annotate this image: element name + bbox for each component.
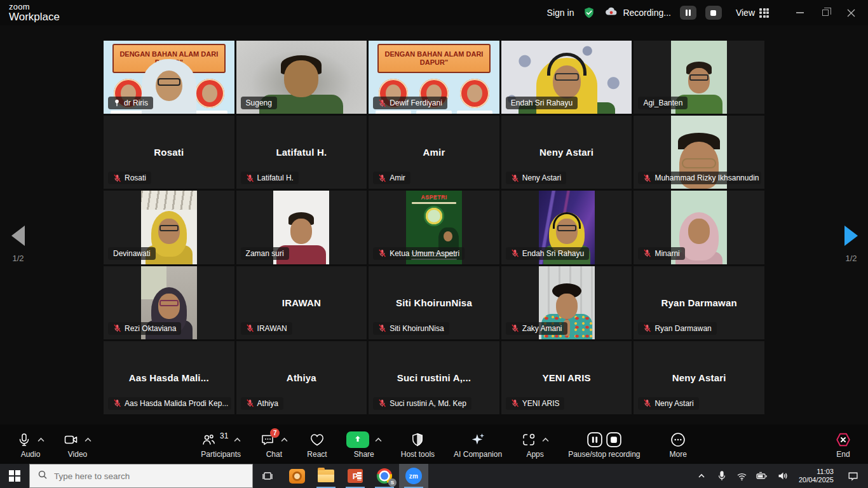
participant-tile[interactable]: Siti KhoirunNisaSiti KhoirunNisa bbox=[369, 266, 499, 339]
mic-muted-icon bbox=[511, 174, 519, 182]
participant-tile[interactable]: Rezi Oktaviana bbox=[104, 266, 234, 339]
participant-tile[interactable]: Devinawati bbox=[104, 191, 234, 264]
participant-tile[interactable]: Agi_Banten bbox=[634, 41, 764, 114]
chat-icon: 7 bbox=[260, 432, 275, 447]
tray-battery-button[interactable] bbox=[753, 471, 772, 480]
toolbar-host-tools-button[interactable]: Host tools bbox=[401, 431, 435, 458]
taskbar-app-powerpoint[interactable]: P bbox=[341, 464, 370, 488]
participant-tile[interactable]: Neny AstariNeny Astari bbox=[501, 116, 632, 189]
tray-volume-button[interactable] bbox=[773, 471, 792, 480]
participant-tile[interactable]: Neny AstariNeny Astari bbox=[634, 341, 764, 414]
taskbar-app-file-explorer[interactable] bbox=[311, 464, 341, 488]
toolbar-video-button[interactable]: Video bbox=[64, 431, 92, 458]
participant-tile[interactable]: Endah Sri Rahayu bbox=[501, 41, 632, 114]
taskbar-app-chrome[interactable]: S bbox=[370, 464, 399, 488]
participant-tile[interactable]: Endah Sri Rahayu bbox=[501, 191, 632, 264]
chevron-up-icon[interactable] bbox=[542, 437, 549, 442]
maximize-button[interactable] bbox=[815, 4, 836, 21]
participant-name: Zaky Amani bbox=[522, 324, 562, 333]
tray-microphone-button[interactable] bbox=[712, 471, 731, 481]
mic-muted-icon bbox=[378, 324, 386, 332]
chevron-up-icon[interactable] bbox=[234, 437, 241, 442]
participant-label: Dewif Ferdiyani bbox=[373, 97, 447, 109]
next-page-button[interactable] bbox=[844, 226, 858, 246]
sign-in-button[interactable]: Sign in bbox=[547, 8, 574, 18]
toolbar-react-button[interactable]: React bbox=[307, 431, 327, 458]
participant-label: Latifatul H. bbox=[241, 172, 299, 184]
mic-muted-icon bbox=[113, 174, 121, 182]
mic-muted-icon bbox=[378, 174, 386, 182]
chevron-up-icon[interactable] bbox=[37, 437, 44, 442]
toolbar-participants-button[interactable]: 31Participants bbox=[201, 431, 241, 458]
toolbar-audio-button[interactable]: Audio bbox=[17, 431, 44, 458]
participant-tile[interactable]: Ryan DarmawanRyan Darmawan bbox=[634, 266, 764, 339]
participant-tile[interactable]: RosatiRosati bbox=[104, 116, 234, 189]
participant-tile[interactable]: Zaman suri bbox=[236, 191, 367, 264]
battery-icon bbox=[756, 471, 768, 480]
toolbar-record-button[interactable]: Pause/stop recording bbox=[568, 431, 640, 458]
participant-label: Amir bbox=[373, 172, 410, 184]
taskbar-app-ocam[interactable] bbox=[282, 464, 311, 488]
pin-icon bbox=[113, 99, 121, 107]
toolbar-label: Audio bbox=[21, 451, 41, 458]
start-button[interactable] bbox=[0, 464, 29, 488]
mic-muted-icon bbox=[643, 324, 651, 332]
mic-muted-icon bbox=[378, 249, 386, 257]
participant-name: Athiya bbox=[257, 399, 278, 408]
view-label: View bbox=[736, 8, 755, 18]
toolbar-share-button[interactable]: Share bbox=[346, 431, 382, 458]
toolbar-end-button[interactable]: End bbox=[835, 431, 851, 458]
clock-time: 11:03 bbox=[799, 468, 834, 476]
tray-expand-button[interactable] bbox=[692, 471, 711, 480]
meeting-stage: DENGAN BAHAN ALAM DARI DAPUR"dr RirisSug… bbox=[0, 25, 868, 424]
taskbar-app-zoom[interactable]: zm bbox=[399, 464, 428, 488]
taskbar-search[interactable] bbox=[29, 464, 253, 488]
participant-tile[interactable]: Aas Hasda Mali...Aas Hasda Malida Prodi … bbox=[104, 341, 234, 414]
participant-tile[interactable]: Sugeng bbox=[236, 41, 367, 114]
participant-tile[interactable]: ASPETRIKetua Umum Aspetri bbox=[369, 191, 499, 264]
participant-label: Sugeng bbox=[241, 97, 277, 109]
chevron-up-icon[interactable] bbox=[375, 437, 382, 442]
toolbar-more-button[interactable]: More bbox=[670, 431, 687, 458]
participant-label: Siti KhoirunNisa bbox=[373, 322, 449, 335]
participant-tile[interactable]: YENI ARISYENI ARIS bbox=[501, 341, 632, 414]
stop-recording-button[interactable] bbox=[705, 6, 722, 20]
participant-tile[interactable]: AmirAmir bbox=[369, 116, 499, 189]
windows-taskbar: P S zm 11:03 20/04/2025 bbox=[0, 464, 868, 488]
minimize-button[interactable] bbox=[789, 4, 811, 21]
task-view-button[interactable] bbox=[253, 464, 282, 488]
previous-page-button[interactable] bbox=[11, 226, 25, 246]
chevron-up-icon[interactable] bbox=[281, 437, 288, 442]
participant-name: Muhammad Rizky Ikhsannudin bbox=[654, 173, 759, 182]
taskbar-search-input[interactable] bbox=[54, 471, 245, 481]
taskbar-clock[interactable]: 11:03 20/04/2025 bbox=[794, 468, 839, 484]
participant-name: Endah Sri Rahayu bbox=[511, 98, 573, 107]
tray-wifi-button[interactable] bbox=[733, 471, 752, 481]
participant-tile[interactable]: DENGAN BAHAN ALAM DARI DAPUR"Dewif Ferdi… bbox=[369, 41, 499, 114]
participant-tile[interactable]: Latifatul H.Latifatul H. bbox=[236, 116, 367, 189]
participant-tile[interactable]: IRAWANIRAWAN bbox=[236, 266, 367, 339]
participant-tile[interactable]: Zaky Amani bbox=[501, 266, 632, 339]
action-center-button[interactable] bbox=[840, 471, 865, 481]
previous-page-nav: 1/2 bbox=[11, 226, 25, 263]
participant-label: Endah Sri Rahayu bbox=[506, 97, 578, 109]
toolbar-label: End bbox=[836, 451, 850, 458]
pause-recording-button[interactable] bbox=[680, 6, 696, 20]
close-button[interactable] bbox=[840, 4, 862, 21]
participant-tile[interactable]: Suci rustini A,...Suci rustini A, Md. Ke… bbox=[369, 341, 499, 414]
banner-text: DENGAN BAHAN ALAM DARI DAPUR" bbox=[377, 44, 491, 73]
toolbar-apps-button[interactable]: Apps bbox=[521, 431, 549, 458]
windows-logo-icon bbox=[9, 470, 20, 482]
participant-label: Ryan Darmawan bbox=[638, 322, 716, 335]
toolbar-ai-companion-button[interactable]: AI Companion bbox=[454, 431, 502, 458]
chevron-up-icon[interactable] bbox=[85, 437, 92, 442]
participant-tile[interactable]: Minarni bbox=[634, 191, 764, 264]
mic-muted-icon bbox=[643, 174, 651, 182]
mic-muted-icon bbox=[378, 99, 386, 107]
participant-tile[interactable]: DENGAN BAHAN ALAM DARI DAPUR"dr Riris bbox=[104, 41, 234, 114]
view-button[interactable]: View bbox=[736, 8, 769, 18]
gallery-grid: DENGAN BAHAN ALAM DARI DAPUR"dr RirisSug… bbox=[104, 41, 764, 414]
participant-tile[interactable]: Muhammad Rizky Ikhsannudin bbox=[634, 116, 764, 189]
toolbar-chat-button[interactable]: 7Chat bbox=[260, 431, 288, 458]
participant-tile[interactable]: AthiyaAthiya bbox=[236, 341, 367, 414]
